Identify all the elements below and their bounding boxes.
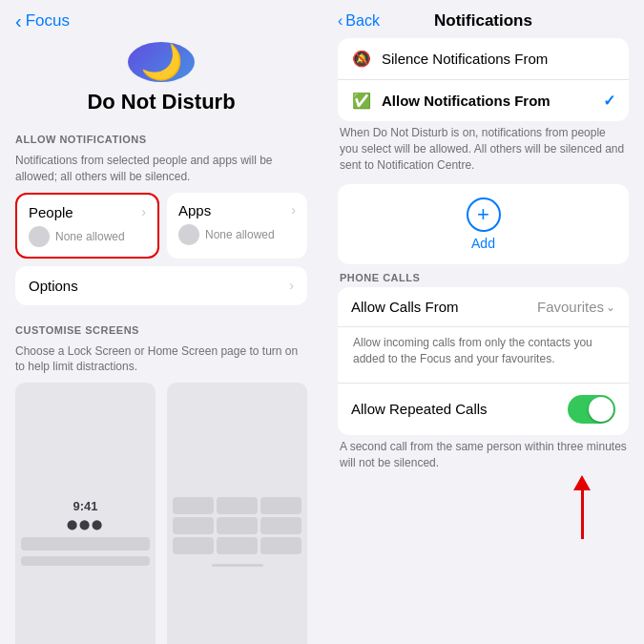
phone-section-label: PHONE CALLS: [340, 272, 627, 283]
allow-calls-row[interactable]: Allow Calls From Favourites ⌄: [338, 287, 629, 326]
add-circle-icon: +: [467, 197, 501, 232]
repeated-calls-desc: A second call from the same person withi…: [338, 439, 629, 471]
right-panel: ‹ Back Notifications 🔕 Silence Notificat…: [322, 0, 644, 644]
app-icon-1: [173, 497, 214, 514]
toggle-track: [568, 395, 615, 424]
phone-card: Allow Calls From Favourites ⌄ Allow inco…: [338, 287, 629, 435]
right-header: ‹ Back Notifications: [322, 0, 644, 38]
apps-label: Apps: [178, 202, 211, 218]
home-screen-preview: Choose: [167, 383, 307, 644]
customise-desc: Choose a Lock Screen or Home Screen page…: [0, 342, 322, 384]
home-indicator: [212, 564, 263, 567]
silence-row[interactable]: 🔕 Silence Notifications From: [338, 38, 629, 79]
red-arrow: [573, 475, 591, 539]
people-chevron-icon: ›: [141, 204, 146, 219]
back-button[interactable]: ‹ Back: [338, 12, 380, 30]
lock-screen-preview: 9:41 ⬤⬤⬤ Choose: [15, 383, 156, 644]
app-icon-6: [260, 517, 301, 534]
back-chevron-icon: ‹: [338, 12, 343, 30]
allow-section-label: ALLOW NOTIFICATIONS: [15, 134, 147, 145]
allow-label: Allow Notifications From: [382, 93, 593, 109]
people-apps-row: People › None allowed Apps › None allowe…: [0, 193, 322, 259]
dnd-icon-circle: 🌙: [128, 42, 195, 82]
options-item[interactable]: Options ›: [15, 266, 307, 305]
left-panel: ‹ Focus 🌙 Do Not Disturb ALLOW NOTIFICAT…: [0, 0, 322, 644]
back-chevron-icon: ‹: [15, 11, 22, 31]
allow-calls-label: Allow Calls From: [351, 299, 530, 315]
app-icon-3: [260, 497, 301, 514]
customise-section-label: CUSTOMISE SCREENS: [15, 324, 139, 336]
app-icon-2: [217, 497, 258, 514]
notif-options-card: 🔕 Silence Notifications From ✅ Allow Not…: [338, 38, 629, 121]
bell-slash-icon: 🔕: [351, 50, 372, 68]
customise-header: CUSTOMISE SCREENS: [0, 321, 322, 342]
back-label: Back: [345, 12, 380, 30]
apps-chevron-icon: ›: [291, 202, 296, 218]
options-label: Options: [29, 278, 78, 294]
app-icon-9: [260, 537, 301, 554]
add-label: Add: [471, 236, 495, 251]
app-grid: [173, 497, 301, 554]
repeated-calls-toggle[interactable]: [568, 395, 615, 424]
moon-icon: 🌙: [140, 42, 183, 82]
arrow-container: [338, 475, 629, 539]
allow-section-desc: Notifications from selected people and a…: [0, 151, 322, 193]
apps-avatar: [178, 224, 199, 245]
allow-calls-value: Favourites ⌄: [537, 299, 615, 315]
page-title: Notifications: [434, 11, 532, 31]
notif-desc: When Do Not Disturb is on, notifications…: [338, 125, 629, 173]
silence-label: Silence Notifications From: [382, 51, 615, 67]
home-screen-frame: [167, 383, 307, 644]
app-icon-7: [173, 537, 214, 554]
calls-desc-wrapper: Allow incoming calls from only the conta…: [338, 326, 629, 383]
dnd-title: Do Not Disturb: [87, 90, 235, 114]
options-row: Options ›: [0, 266, 322, 305]
checkmark-icon: ✓: [603, 92, 615, 110]
screen-dots: ⬤⬤⬤: [67, 519, 104, 530]
lock-screen-frame: 9:41 ⬤⬤⬤: [15, 383, 156, 644]
screen-previews: 9:41 ⬤⬤⬤ Choose: [0, 383, 322, 644]
green-check-circle-icon: ✅: [351, 92, 372, 110]
app-icon-4: [173, 517, 214, 534]
repeated-calls-label: Allow Repeated Calls: [351, 401, 560, 417]
apps-card[interactable]: Apps › None allowed: [167, 193, 307, 259]
screen-time: 9:41: [73, 499, 97, 513]
people-none-label: None allowed: [55, 230, 125, 243]
dropdown-chevron-icon: ⌄: [606, 301, 615, 314]
left-header: ‹ Focus: [0, 0, 322, 31]
people-avatar: [29, 226, 50, 247]
lock-screen-block-1: [21, 537, 150, 551]
lock-screen-block-2: [21, 556, 150, 566]
toggle-thumb: [589, 397, 613, 422]
people-card[interactable]: People › None allowed: [15, 193, 159, 259]
allow-notifications-header: ALLOW NOTIFICATIONS: [0, 130, 322, 151]
apps-none-label: None allowed: [205, 228, 275, 241]
app-icon-5: [217, 517, 258, 534]
repeated-calls-row[interactable]: Allow Repeated Calls: [338, 383, 629, 435]
right-content: 🔕 Silence Notifications From ✅ Allow Not…: [322, 38, 644, 644]
allow-row[interactable]: ✅ Allow Notifications From ✓: [338, 79, 629, 121]
calls-desc: Allow incoming calls from only the conta…: [351, 335, 615, 367]
options-chevron-icon: ›: [289, 278, 294, 293]
app-icon-8: [217, 537, 258, 554]
focus-back-label: Focus: [26, 11, 70, 31]
focus-back-button[interactable]: ‹ Focus: [15, 11, 307, 31]
arrow-line: [581, 487, 584, 539]
add-card[interactable]: + Add: [338, 184, 629, 264]
people-label: People: [29, 204, 73, 220]
